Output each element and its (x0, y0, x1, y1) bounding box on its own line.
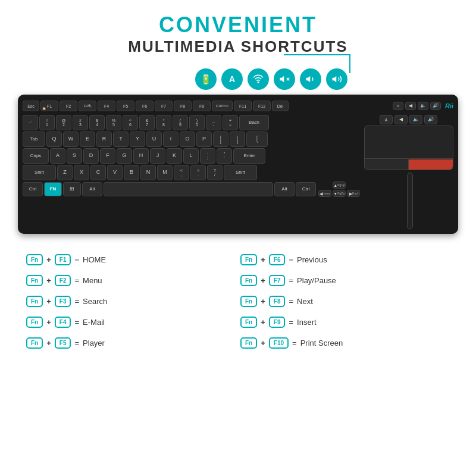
keyboard-wrapper: Esc F1 🏠 F2 F3 🔍 F4 F5 F6 F7 F8 F9 F10Pr… (0, 95, 476, 234)
key-6[interactable]: ^6 (123, 115, 138, 130)
key-u[interactable]: U (146, 131, 162, 147)
sc-plus: + (261, 339, 265, 347)
key-f2[interactable]: F2 (60, 101, 77, 111)
key-fn-teal[interactable]: FN (44, 182, 62, 196)
key-m[interactable]: M (157, 165, 173, 180)
shortcut-right-2: Fn + F8 = Next (238, 291, 452, 312)
key-c[interactable]: C (90, 165, 106, 180)
key-esc[interactable]: Esc (23, 101, 39, 111)
key-q[interactable]: Q (46, 131, 62, 147)
key-space[interactable] (104, 182, 273, 196)
key-2[interactable]: @2 (56, 115, 71, 130)
key-4[interactable]: $4 (89, 115, 105, 130)
key-h[interactable]: H (133, 148, 149, 164)
key-tilde[interactable]: ~` (23, 115, 38, 130)
key-backspace[interactable]: Back (239, 115, 269, 130)
key-f12[interactable]: F12 (253, 101, 271, 111)
tp-ctrl-4[interactable]: 🔊 (424, 115, 437, 124)
key-alt-left[interactable]: Alt (82, 182, 102, 196)
key-i[interactable]: I (163, 131, 178, 147)
ctrl-key-3[interactable]: 🔈 (418, 102, 428, 110)
key-f9[interactable]: F9 (193, 101, 211, 111)
tp-ctrl-2[interactable]: ◀ (394, 115, 408, 124)
key-x[interactable]: X (74, 165, 89, 180)
key-j[interactable]: J (150, 148, 165, 164)
font-icon: A (221, 68, 243, 90)
touchpad-right-btn[interactable] (409, 159, 453, 170)
key-backslash[interactable]: |\ (246, 131, 268, 147)
key-n[interactable]: N (140, 165, 156, 180)
key-t[interactable]: T (113, 131, 129, 147)
shortcut-right-4: Fn + F10 = Print Screen (238, 333, 452, 353)
key-left[interactable]: ◀Home (318, 190, 331, 197)
key-alt-right[interactable]: Alt (274, 182, 295, 196)
key-f3[interactable]: F3 🔍 (79, 101, 96, 111)
touchpad-left-btn[interactable] (365, 159, 409, 170)
key-s[interactable]: S (67, 148, 82, 164)
key-up[interactable]: ▲PgUp (333, 181, 346, 189)
key-9[interactable]: (9 (173, 115, 188, 130)
tp-ctrl-1[interactable]: A (380, 115, 393, 124)
key-down[interactable]: ▼PgDn (333, 190, 346, 197)
sc-plus: + (261, 255, 265, 264)
tp-ctrl-3[interactable]: 🔈 (409, 115, 422, 124)
key-o[interactable]: O (180, 131, 195, 147)
sc-equals: = (289, 276, 293, 285)
key-tab[interactable]: Tab (23, 131, 45, 147)
key-3[interactable]: #3 (73, 115, 88, 130)
key-a[interactable]: A (50, 148, 65, 164)
key-0[interactable]: )0 (189, 115, 205, 130)
key-p[interactable]: P (196, 131, 212, 147)
key-r[interactable]: R (96, 131, 112, 147)
key-y[interactable]: Y (130, 131, 145, 147)
key-5[interactable]: %5 (106, 115, 121, 130)
key-shift-right[interactable]: Shift (224, 165, 257, 180)
key-equals[interactable]: += (223, 115, 238, 130)
key-question[interactable]: ?/ (207, 165, 223, 180)
key-f4[interactable]: F4 (98, 101, 115, 111)
sc-fkey: F10 (269, 337, 289, 349)
key-7[interactable]: &7 (139, 115, 155, 130)
ctrl-key-1[interactable]: A (393, 102, 403, 110)
key-shift-left[interactable]: Shift (23, 165, 56, 180)
key-f8[interactable]: F8 (174, 101, 192, 111)
key-minus[interactable]: _- (206, 115, 221, 130)
ctrl-key-2[interactable]: ◀ (405, 102, 416, 110)
key-ctrl-left[interactable]: Ctrl (23, 182, 43, 196)
key-8[interactable]: *8 (156, 115, 171, 130)
key-f7[interactable]: F7 (155, 101, 173, 111)
key-lbrace[interactable]: {[ (213, 131, 228, 147)
key-f11[interactable]: F11 (234, 101, 252, 111)
key-caps[interactable]: Caps (23, 148, 49, 164)
key-quote[interactable]: "' (217, 148, 232, 164)
key-ctrl-right[interactable]: Ctrl (296, 182, 316, 196)
scrollbar[interactable] (407, 173, 413, 229)
key-z[interactable]: Z (57, 165, 73, 180)
key-l[interactable]: L (183, 148, 199, 164)
key-f10[interactable]: F10PrSc (212, 101, 233, 111)
key-k[interactable]: K (167, 148, 182, 164)
key-b[interactable]: B (124, 165, 139, 180)
key-semicolon[interactable]: :; (200, 148, 215, 164)
key-d[interactable]: D (83, 148, 99, 164)
key-w[interactable]: W (63, 131, 79, 147)
key-del[interactable]: Del (272, 101, 289, 111)
key-gt[interactable]: >. (190, 165, 206, 180)
key-lt[interactable]: <, (174, 165, 189, 180)
key-right[interactable]: ▶End (347, 190, 360, 197)
sc-label: Player (83, 339, 105, 347)
key-g[interactable]: G (117, 148, 132, 164)
key-f5[interactable]: F5 (117, 101, 134, 111)
key-f1[interactable]: F1 🏠 (40, 101, 58, 111)
ctrl-key-4[interactable]: 🔊 (430, 102, 441, 110)
key-1[interactable]: !1 (39, 115, 55, 130)
key-e[interactable]: E (80, 131, 95, 147)
key-f6[interactable]: F6 (136, 101, 154, 111)
touchpad[interactable] (364, 126, 453, 170)
key-enter[interactable]: Enter (233, 148, 265, 164)
key-win[interactable]: ⊞ (63, 182, 81, 196)
key-rbrace[interactable]: }] (230, 131, 245, 147)
sc-equals: = (74, 297, 79, 306)
key-v[interactable]: V (107, 165, 123, 180)
key-f[interactable]: F (100, 148, 115, 164)
